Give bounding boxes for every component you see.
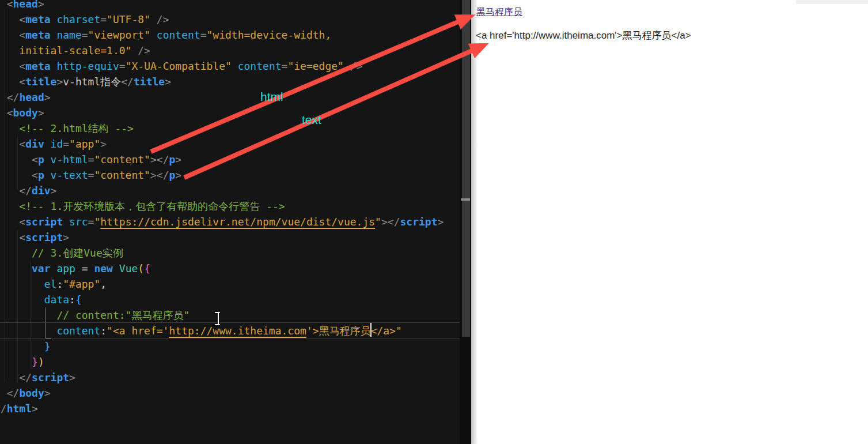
code-line[interactable]: <!-- 1.开发环境版本，包含了有帮助的命令行警告 --> <box>0 198 444 214</box>
code-line[interactable]: var app = new Vue({ <box>0 261 444 276</box>
code-line[interactable]: <!-- 2.html结构 --> <box>0 121 444 136</box>
code-line[interactable]: } <box>0 338 444 354</box>
code-editor-pane[interactable]: <head> <meta charset="UTF-8" /> <meta na… <box>0 0 471 444</box>
annotation-label-text: text <box>302 113 321 127</box>
editor-scrollbar-thumb[interactable] <box>462 0 470 337</box>
code-line[interactable]: </div> <box>0 183 444 198</box>
code-line[interactable]: <head> <box>0 0 444 12</box>
code-line[interactable]: el:"#app", <box>0 276 444 292</box>
code-line[interactable]: </script> <box>0 370 444 385</box>
preview-top-artifact <box>796 0 868 4</box>
code-lines: <head> <meta charset="UTF-8" /> <meta na… <box>0 0 444 416</box>
code-line[interactable]: <script src="https://cdn.jsdelivr.net/np… <box>0 214 444 229</box>
code-line[interactable]: // 3.创建Vue实例 <box>0 245 444 261</box>
code-line[interactable]: content:"<a href='http://www.itheima.com… <box>0 323 444 338</box>
browser-preview-pane: 黑马程序员 <a href='http://www.itheima.com'>黑… <box>471 0 868 444</box>
code-line[interactable]: <meta name="viewport" content="width=dev… <box>0 27 444 43</box>
code-line[interactable]: <meta http-equiv="X-UA-Compatible" conte… <box>0 58 444 74</box>
code-line[interactable]: <title>v-html指令</title> <box>0 74 444 89</box>
annotation-label-html: html <box>260 90 283 104</box>
code-line[interactable]: <p v-text="content"></p> <box>0 167 444 183</box>
code-line[interactable]: </body> <box>0 385 444 401</box>
code-line[interactable]: </head> <box>0 89 444 105</box>
editor-scrollbar[interactable] <box>460 0 471 444</box>
code-line[interactable]: <body> <box>0 105 444 121</box>
code-line[interactable]: <p v-html="content"></p> <box>0 152 444 167</box>
code-line[interactable]: }) <box>0 354 444 370</box>
code-line[interactable]: initial-scale=1.0" /> <box>0 43 444 58</box>
code-line[interactable]: // content:"黑马程序员" <box>0 307 444 323</box>
rendered-text-output: <a href='http://www.itheima.com'>黑马程序员</… <box>476 29 691 42</box>
code-line[interactable]: </html> <box>0 401 444 416</box>
code-line[interactable]: data:{ <box>0 292 444 307</box>
code-line[interactable]: <meta charset="UTF-8" /> <box>0 12 444 27</box>
itheima-link[interactable]: 黑马程序员 <box>476 6 522 18</box>
code-line[interactable]: <div id="app"> <box>0 136 444 152</box>
scrollbar-overview-marker <box>461 198 470 201</box>
code-line[interactable]: <script> <box>0 229 444 245</box>
